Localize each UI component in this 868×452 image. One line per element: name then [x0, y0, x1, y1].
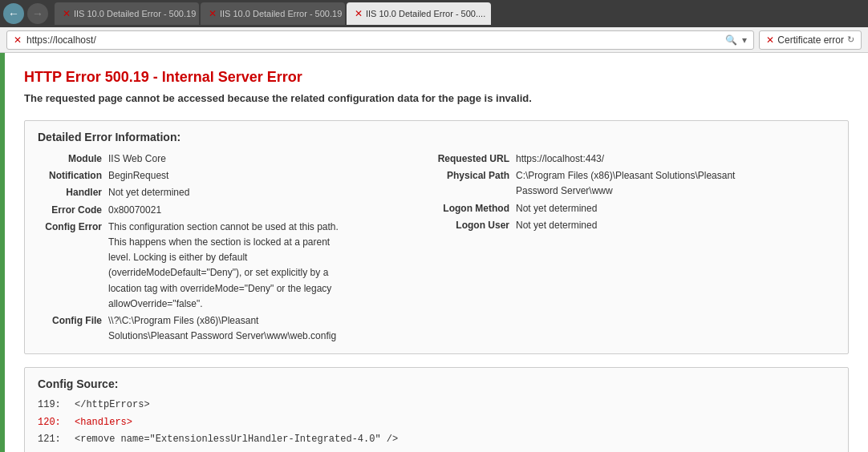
cert-error-button[interactable]: ✕ Certificate error ↻ — [759, 30, 862, 50]
detailed-error-title: Detailed Error Information: — [38, 131, 835, 143]
detail-row-physical-path: Physical Path C:\Program Files (x86)\Ple… — [421, 168, 773, 199]
label-handler: Handler — [38, 185, 102, 200]
line-code-119: </httpErrors> — [75, 397, 150, 414]
nav-buttons: ← → — [3, 3, 48, 24]
code-line-120: 120: <handlers> — [38, 414, 835, 432]
line-num-120: 120: — [38, 414, 62, 432]
page-favicon: ✕ — [14, 34, 22, 46]
detail-row-config-error: Config Error This configuration section … — [38, 220, 341, 312]
dropdown-icon: ▾ — [742, 34, 747, 46]
search-icon: 🔍 — [725, 34, 737, 46]
label-config-error: Config Error — [38, 220, 102, 312]
forward-button[interactable]: → — [27, 3, 48, 24]
detail-row-error-code: Error Code 0x80070021 — [38, 203, 341, 218]
code-line-119: 119: </httpErrors> — [38, 397, 835, 414]
label-requested-url: Requested URL — [421, 151, 509, 167]
value-requested-url: https://localhost:443/ — [516, 151, 604, 167]
back-button[interactable]: ← — [3, 3, 24, 24]
detail-row-notification: Notification BeginRequest — [38, 168, 341, 184]
error-title: HTTP Error 500.19 - Internal Server Erro… — [24, 69, 849, 86]
value-error-code: 0x80070021 — [108, 203, 161, 218]
detail-table: Module IIS Web Core Notification BeginRe… — [38, 151, 835, 344]
config-source-title: Config Source: — [38, 377, 835, 390]
detail-row-requested-url: Requested URL https://localhost:443/ — [421, 151, 773, 167]
label-physical-path: Physical Path — [421, 168, 509, 199]
error-subtitle: The requested page cannot be accessed be… — [24, 92, 849, 104]
value-logon-user: Not yet determined — [516, 218, 597, 233]
detail-row-module: Module IIS Web Core — [38, 151, 341, 167]
detail-left-col: Module IIS Web Core Notification BeginRe… — [38, 151, 341, 344]
cert-error-icon: ✕ — [766, 34, 774, 46]
browser-window: ← → ✕ IIS 10.0 Detailed Error - 500.19 .… — [0, 0, 868, 452]
line-code-121: <remove name="ExtensionlessUrlHandler-In… — [75, 431, 398, 449]
detail-row-logon-user: Logon User Not yet determined — [421, 218, 773, 233]
label-logon-user: Logon User — [421, 218, 509, 233]
tab-3[interactable]: ✕ IIS 10.0 Detailed Error - 500.... ✕ — [347, 2, 491, 25]
detail-row-logon-method: Logon Method Not yet determined — [421, 201, 773, 216]
tab-1[interactable]: ✕ IIS 10.0 Detailed Error - 500.19 ... — [55, 2, 199, 25]
page-content: HTTP Error 500.19 - Internal Server Erro… — [5, 53, 868, 452]
green-border — [0, 53, 5, 452]
tab-bar: ← → ✕ IIS 10.0 Detailed Error - 500.19 .… — [0, 0, 868, 27]
value-logon-method: Not yet determined — [516, 201, 597, 216]
detailed-error-box: Detailed Error Information: Module IIS W… — [24, 120, 849, 354]
label-notification: Notification — [38, 168, 102, 184]
address-text: https://localhost/ — [26, 34, 96, 46]
tab-3-icon: ✕ — [355, 8, 363, 19]
config-source-box: Config Source: 119: </httpErrors> 120: <… — [24, 367, 849, 452]
tab-2[interactable]: ✕ IIS 10.0 Detailed Error - 500.19 ... — [201, 2, 345, 25]
detail-row-handler: Handler Not yet determined — [38, 185, 341, 200]
line-num-119: 119: — [38, 397, 62, 414]
value-module: IIS Web Core — [108, 151, 166, 167]
value-config-error: This configuration section cannot be use… — [108, 220, 341, 312]
detail-row-config-file: Config File \\?\C:\Program Files (x86)\P… — [38, 313, 341, 344]
label-logon-method: Logon Method — [421, 201, 509, 216]
label-config-file: Config File — [38, 313, 102, 344]
tab-1-label: IIS 10.0 Detailed Error - 500.19 ... — [74, 9, 199, 18]
tab-2-label: IIS 10.0 Detailed Error - 500.19 ... — [220, 9, 345, 18]
line-code-120: <handlers> — [75, 414, 132, 432]
label-error-code: Error Code — [38, 203, 102, 218]
code-block: 119: </httpErrors> 120: <handlers> 121: … — [38, 397, 835, 449]
page-wrapper: HTTP Error 500.19 - Internal Server Erro… — [0, 53, 868, 452]
value-notification: BeginRequest — [108, 168, 168, 184]
address-bar-row: ✕ https://localhost/ 🔍 ▾ ✕ Certificate e… — [0, 27, 868, 53]
tab-3-label: IIS 10.0 Detailed Error - 500.... — [366, 9, 485, 18]
detail-right-col: Requested URL https://localhost:443/ Phy… — [421, 151, 773, 344]
value-handler: Not yet determined — [108, 185, 189, 200]
line-num-121: 121: — [38, 431, 62, 449]
cert-refresh-icon: ↻ — [847, 34, 854, 45]
label-module: Module — [38, 151, 102, 167]
code-line-121: 121: <remove name="ExtensionlessUrlHandl… — [38, 431, 835, 449]
value-config-file: \\?\C:\Program Files (x86)\Pleasant Solu… — [108, 313, 341, 344]
tab-2-icon: ✕ — [209, 8, 217, 19]
tab-1-icon: ✕ — [63, 8, 71, 19]
cert-error-label: Certificate error — [777, 34, 844, 46]
address-bar[interactable]: ✕ https://localhost/ 🔍 ▾ — [6, 30, 754, 50]
value-physical-path: C:\Program Files (x86)\Pleasant Solution… — [516, 168, 773, 199]
